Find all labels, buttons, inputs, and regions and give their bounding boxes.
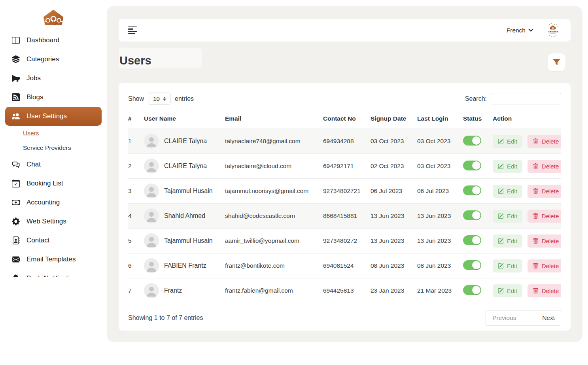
sidebar-item-email-templates[interactable]: Email Templates [5,250,102,269]
table-row: 7 Frantz frantz.fabien@gmail.com 6944258… [128,278,561,303]
delete-button[interactable]: Delete [527,210,561,223]
top-header-bar: French TUKUSIPAN [119,19,571,42]
signup-date: 13 Jun 2023 [371,204,417,229]
sidebar-item-user-settings[interactable]: User Settings [5,107,102,126]
edit-button[interactable]: Edit [493,185,522,198]
person-placeholder-icon [144,258,159,273]
edit-button[interactable]: Edit [493,135,522,148]
avatar [144,208,159,223]
signup-date: 13 Jun 2023 [371,229,417,253]
page-length-select[interactable]: 10 [148,93,171,105]
delete-button[interactable]: Delete [527,235,561,248]
show-label: Show [128,95,144,102]
sidebar-subitem-service-providers[interactable]: Service Providers [5,140,102,155]
trash-icon [533,188,539,194]
column-header-signup-date[interactable]: Signup Date [371,113,417,129]
user-contact: 92734802721 [323,179,371,204]
table-row: 4 Shahid Ahmed shahid@codescastle.com 86… [128,204,561,229]
user-contact: 8668415881 [323,204,371,229]
tukusipan-logo-icon: TUKUSIPAN [544,21,562,40]
brand-avatar[interactable]: TUKUSIPAN [544,21,562,40]
user-email: tajammul.noorisys@gmail.com [225,179,323,204]
column-header-contact-no[interactable]: Contact No [323,113,371,129]
search-input[interactable] [491,93,561,104]
pagination: Previous 1 Next [486,310,561,326]
avatar [144,258,159,273]
trash-icon [533,263,539,269]
sidebar-item-web-settings[interactable]: Web Settings [5,212,102,231]
filter-button[interactable] [548,53,565,71]
sidebar-item-dashboard[interactable]: Dashboard [5,31,102,50]
sidebar-item-blogs[interactable]: Blogs [5,88,102,107]
table-row: 6 FABIEN Frantz frantz@bontikote.com 694… [128,253,561,278]
sidebar-item-categories[interactable]: Categories [5,50,102,69]
sidebar-item-label: Categories [26,55,59,63]
main-content: French TUKUSIPAN [107,6,582,342]
sidebar-item-booking-list[interactable]: Booking List [5,174,102,193]
status-toggle[interactable] [463,185,481,195]
table-header-row: #User NameEmailContact NoSignup DateLast… [128,113,561,129]
edit-button[interactable]: Edit [493,235,522,248]
delete-button[interactable]: Delete [527,284,561,297]
edit-button[interactable]: Edit [493,160,522,173]
delete-button[interactable]: Delete [527,135,561,148]
column-header-user-name[interactable]: User Name [144,113,225,129]
edit-icon [498,263,504,269]
column-header-last-login[interactable]: Last Login [417,113,463,129]
column-header-status[interactable]: Status [463,113,493,129]
column-header-email[interactable]: Email [225,113,323,129]
row-index: 5 [128,229,144,253]
chevron-down-icon [528,28,533,32]
person-placeholder-icon [144,159,159,174]
last-login-date: 13 Jun 2023 [417,204,463,229]
sidebar-item-chat[interactable]: Chat [5,155,102,174]
sidebar-item-accounting[interactable]: Accounting [5,193,102,212]
users-table-card: Show 10 entries Search: #User NameEmailC… [119,83,571,331]
edit-icon [498,238,504,244]
avatar [144,283,159,298]
sidebar-item-jobs[interactable]: Jobs [5,69,102,88]
table-row: 5 Tajammul Husain aamir_twillio@yopmail.… [128,229,561,253]
user-name: Tajammul Husain [164,237,213,244]
status-toggle[interactable] [463,260,481,270]
avatar [144,183,159,199]
delete-button[interactable]: Delete [527,160,561,173]
sidebar-item-contact[interactable]: Contact [5,231,102,250]
dashboard-icon [11,36,20,45]
user-email: frantz@bontikote.com [225,253,323,278]
sidebar-subitem-label: Service Providers [23,144,71,151]
edit-button[interactable]: Edit [493,210,522,223]
signup-date: 03 Oct 2023 [371,129,417,154]
column-header-index[interactable]: # [128,113,144,129]
status-toggle[interactable] [463,161,481,170]
address-book-icon [11,236,20,245]
edit-icon [498,138,504,144]
sidebar-item-label: Chat [26,161,41,168]
delete-button[interactable]: Delete [527,259,561,272]
page-title: Users [119,54,151,67]
sidebar-item-label: Contact [26,236,50,244]
column-header-action[interactable]: Action [493,113,561,129]
gear-icon [11,217,20,226]
status-toggle[interactable] [463,136,481,146]
status-toggle[interactable] [463,235,481,245]
avatar [144,134,159,149]
sidebar-item-push-notifications[interactable]: Push Notifications [5,269,102,277]
pagination-next-button[interactable]: Next [536,310,561,325]
sidebar: Dashboard Categories Jobs Blogs User Set… [0,0,107,365]
status-toggle[interactable] [463,285,481,295]
edit-button[interactable]: Edit [493,284,522,297]
last-login-date: 03 Oct 2023 [417,154,463,179]
last-login-date: 03 Oct 2023 [417,129,463,154]
pagination-current-page[interactable]: 1 [523,310,537,325]
edit-button[interactable]: Edit [493,259,522,272]
sidebar-item-label: Jobs [26,74,41,82]
pagination-previous-button[interactable]: Previous [486,310,522,325]
menu-icon[interactable] [127,25,138,36]
language-selector[interactable]: French [504,26,536,34]
delete-button[interactable]: Delete [527,185,561,198]
signup-date: 23 Jan 2023 [371,278,417,303]
user-contact: 9273480272 [323,229,371,253]
status-toggle[interactable] [463,210,481,220]
sidebar-subitem-users[interactable]: Users [5,126,102,140]
